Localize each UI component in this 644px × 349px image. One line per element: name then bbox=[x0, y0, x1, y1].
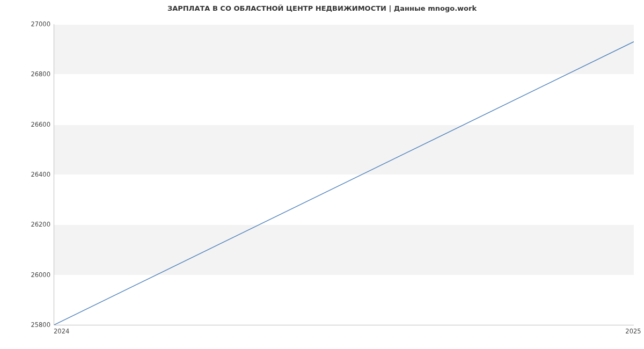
data-line bbox=[54, 24, 634, 325]
y-tick-label: 26800 bbox=[2, 71, 50, 77]
x-tick-label: 2025 bbox=[625, 328, 641, 335]
y-tick-label: 27000 bbox=[2, 21, 50, 27]
y-tick-label: 26600 bbox=[2, 121, 50, 128]
y-tick-label: 26000 bbox=[2, 272, 50, 278]
y-tick-label: 26400 bbox=[2, 171, 50, 178]
chart-title: ЗАРПЛАТА В СО ОБЛАСТНОЙ ЦЕНТР НЕДВИЖИМОС… bbox=[0, 4, 644, 12]
y-tick-label: 25800 bbox=[2, 322, 50, 328]
x-tick-label: 2024 bbox=[54, 328, 69, 335]
y-tick-label: 26200 bbox=[2, 221, 50, 228]
plot-area bbox=[54, 24, 634, 325]
salary-line-chart: ЗАРПЛАТА В СО ОБЛАСТНОЙ ЦЕНТР НЕДВИЖИМОС… bbox=[0, 0, 644, 349]
